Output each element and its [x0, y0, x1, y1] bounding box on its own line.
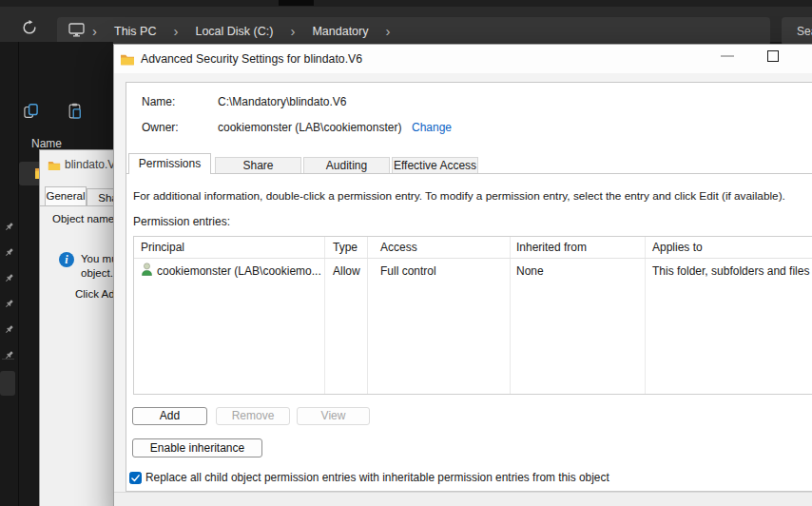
column-separator [367, 237, 368, 394]
info-text-line3: Click Ad [75, 288, 115, 300]
chevron-right-icon[interactable]: › [173, 18, 178, 45]
chevron-right-icon[interactable]: › [385, 18, 390, 45]
breadcrumb-local-disk[interactable]: Local Disk (C:) [185, 25, 282, 38]
enable-inheritance-button[interactable]: Enable inheritance [132, 438, 262, 457]
rail-selected-item[interactable] [0, 371, 15, 396]
explorer-toolbar: › This PC › Local Disk (C:) › Mandatory … [0, 7, 812, 42]
dialog-title: Advanced Security Settings for blindato.… [141, 52, 362, 66]
dialog-titlebar: Advanced Security Settings for blindato.… [114, 45, 812, 73]
breadcrumb-this-pc[interactable]: This PC [105, 25, 165, 38]
column-separator [645, 237, 646, 394]
pin-icon[interactable] [4, 219, 14, 229]
name-value: C:\Mandatory\blindato.V6 [218, 95, 346, 108]
owner-label: Owner: [142, 121, 179, 134]
tab-general[interactable]: General [45, 186, 87, 205]
pin-icon[interactable] [4, 321, 14, 332]
folder-icon [48, 158, 61, 168]
paste-icon[interactable] [67, 103, 83, 119]
info-text-line2: object. [81, 267, 113, 279]
pin-icon[interactable] [4, 347, 14, 358]
pin-icon[interactable] [4, 296, 14, 306]
col-access[interactable]: Access [380, 241, 417, 254]
column-header-name[interactable]: Name [31, 137, 62, 150]
name-label: Name: [142, 95, 175, 108]
cell-access: Full control [380, 264, 436, 278]
cell-applies-to: This folder, subfolders and files [652, 264, 809, 278]
tab-effective-access[interactable]: Effective Access [392, 157, 478, 173]
refresh-icon[interactable] [21, 19, 38, 36]
address-bar[interactable]: › This PC › Local Disk (C:) › Mandatory … [57, 17, 770, 46]
header-border [134, 258, 812, 259]
dialog-footer [114, 492, 812, 506]
folder-icon [120, 52, 135, 65]
properties-dialog-title: blindato.V [65, 158, 115, 171]
col-principal[interactable]: Principal [141, 241, 184, 254]
tab-separator [279, 0, 314, 6]
cell-inherited-from: None [516, 264, 544, 278]
permission-entries-label: Permission entries: [133, 215, 230, 228]
replace-permissions-checkbox[interactable] [129, 472, 142, 484]
chevron-right-icon[interactable]: › [290, 18, 295, 45]
minimize-button[interactable] [721, 55, 734, 57]
user-icon [141, 262, 153, 277]
tab-strip-line [126, 173, 812, 174]
col-inherited-from[interactable]: Inherited from [516, 241, 587, 254]
change-owner-link[interactable]: Change [412, 121, 452, 134]
pin-icon[interactable] [4, 270, 14, 281]
screen: › This PC › Local Disk (C:) › Mandatory … [0, 0, 812, 506]
replace-permissions-label: Replace all child object permission entr… [145, 471, 609, 484]
pin-icon[interactable] [4, 244, 14, 255]
pane-divider [18, 42, 19, 506]
add-button[interactable]: Add [132, 407, 207, 425]
rail-divider [2, 359, 14, 360]
maximize-button[interactable] [767, 50, 779, 62]
breadcrumb-mandatory[interactable]: Mandatory [302, 25, 377, 38]
permission-entries-table[interactable]: Principal Type Access Inherited from App… [133, 236, 812, 395]
cell-type: Allow [333, 264, 360, 278]
remove-button: Remove [216, 407, 290, 425]
info-icon: i [59, 252, 74, 267]
owner-value: cookiemonster (LAB\cookiemonster) [218, 121, 401, 134]
search-input[interactable]: Sea [782, 17, 812, 46]
column-separator [324, 237, 325, 394]
permissions-description: For additional information, double-click… [133, 189, 812, 203]
object-name-label: Object name [52, 213, 114, 224]
window-top-strip [0, 0, 812, 7]
chevron-right-icon[interactable]: › [92, 18, 97, 45]
view-button: View [297, 407, 370, 425]
tab-share[interactable]: Share [215, 157, 301, 173]
advanced-security-dialog: Advanced Security Settings for blindato.… [113, 44, 812, 506]
copy-icon[interactable] [23, 103, 39, 119]
tab-auditing[interactable]: Auditing [303, 157, 390, 173]
col-applies-to[interactable]: Applies to [652, 241, 703, 254]
column-separator [510, 237, 511, 394]
col-type[interactable]: Type [333, 241, 358, 254]
tab-permissions[interactable]: Permissions [128, 153, 211, 174]
this-pc-icon[interactable] [68, 23, 85, 41]
cell-principal: cookiemonster (LAB\cookiemo... [157, 264, 321, 278]
dialog-content-frame: Name: C:\Mandatory\blindato.V6 Owner: co… [126, 82, 812, 492]
